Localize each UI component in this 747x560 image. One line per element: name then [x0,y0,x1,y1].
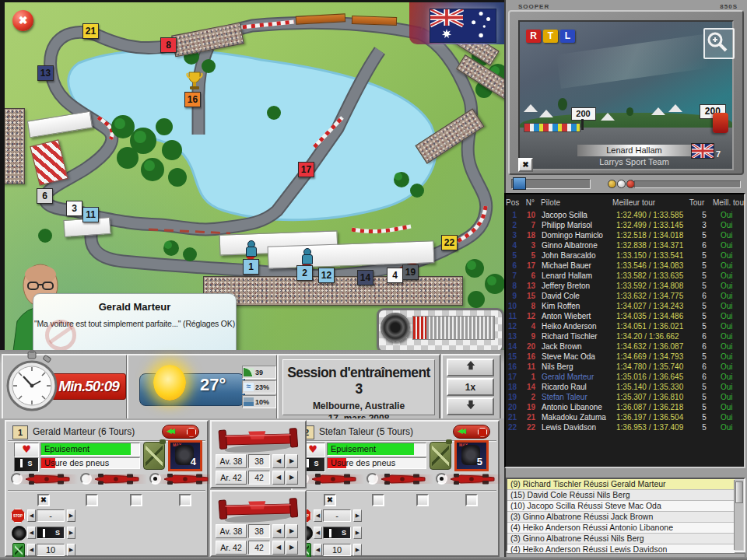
timing-row[interactable]: 318Domingo Hamiclo1:32.518 / 1:34.0185Ou… [506,230,744,240]
timing-row[interactable]: 617Michael Bauer1:33.546 / 1:34.0835Oui [506,261,744,271]
drive-control-pill[interactable]: ◀◀ [453,425,490,439]
car-marker-3[interactable]: 3 [66,201,82,216]
strategy-checkbox-2[interactable] [86,494,98,506]
timing-row[interactable]: 139Richard Tischler1:34.20 / 1:36.6626Ou… [506,331,744,341]
message-item[interactable]: (3) Ginno Albatrone Réussi Jack Brown [507,512,735,523]
strategy-checkbox-2[interactable] [372,494,384,506]
rear-wing-decrease[interactable]: ◀ [272,471,285,485]
magnifier-button[interactable] [703,28,735,59]
tyre-set-selector[interactable]: MAX5 [454,440,489,471]
cell-time: 1:32.838 / 1:34.371 [616,240,694,250]
tv-close-button[interactable]: ✖ [518,158,533,172]
strategy-checkbox-1[interactable]: ✖ [37,494,50,506]
front-wing-decrease[interactable]: ◀ [272,524,285,538]
message-item[interactable]: (3) Ginno Albatrone Réussi Nils Berg [507,534,735,544]
pit-stop: STOP◀-▶ [11,509,81,523]
tyre-choice-increase[interactable]: ▶ [353,527,362,539]
sun-icon [153,365,186,401]
tv-slider-thumb[interactable] [513,177,526,190]
strategy-checkbox-1[interactable]: ✖ [324,494,336,506]
timing-row[interactable]: 1611Nils Berg1:34.780 / 1:35.7406Oui [506,362,744,372]
strategy-checkbox-4[interactable] [465,494,478,506]
tyre-set-selector[interactable]: MAX4 [168,440,202,471]
car-marker-8[interactable]: 8 [160,37,177,53]
fuel-decrease[interactable]: ◀ [27,544,36,556]
rear-wing-increase[interactable]: ▶ [286,471,298,485]
bubble-watermark-icon [45,320,76,351]
front-wing-decrease[interactable]: ◀ [272,454,285,468]
timing-row[interactable]: 108Kim Roffen1:34.027 / 1:34.2435Oui [506,301,744,311]
car-marker-16[interactable]: 16 [184,92,201,107]
pit-stop-increase[interactable]: ▶ [353,509,362,522]
car-marker-6[interactable]: 6 [37,188,53,204]
timing-row[interactable]: 2019Antonio Libanone1:36.087 / 1:36.2185… [506,402,744,412]
fuel-decrease[interactable]: ◀ [314,544,322,556]
car-marker-19[interactable]: 19 [402,264,419,280]
car-marker-13[interactable]: 13 [37,65,54,81]
car-marker-11[interactable]: 11 [82,207,99,222]
tyre-choice-increase[interactable]: ▶ [67,527,75,539]
cell-pos: 3 [506,230,517,240]
timing-row[interactable]: 43Ginno Albatrone1:32.838 / 1:34.3716Oui [506,240,744,250]
scrollbar-thumb[interactable] [735,481,743,503]
timing-row[interactable]: 76Lenard Hallam1:33.582 / 1:33.6355Oui [506,271,744,281]
cell-name: Domingo Hamiclo [535,230,616,240]
timing-row[interactable]: 124Heiko Anderson1:34.051 / 1:36.0215Oui [506,321,744,331]
strategy-checkbox-4[interactable] [179,494,191,506]
strategy-checkbox-3[interactable] [416,494,429,506]
pit-stop-increase[interactable]: ▶ [67,509,75,522]
car-marker-2[interactable]: 2 [296,265,313,281]
car-marker-4[interactable]: 4 [387,268,403,283]
message-item[interactable]: (4) Heiko Anderson Réussi Antonio Libano… [507,523,735,534]
messages-scrollbar[interactable] [734,480,743,550]
close-map-button[interactable]: ✖ [12,10,33,31]
drive-control-pill[interactable]: ◀◀ [162,425,199,439]
car-marker-22[interactable]: 22 [441,235,458,250]
speed-down-button[interactable] [447,397,494,415]
rear-wing-decrease[interactable]: ◀ [272,541,285,555]
strategy-checkbox-3[interactable] [130,494,142,506]
timing-row[interactable]: 27Philipp Marisol1:32.499 / 1:33.1453Oui [506,220,744,230]
message-item[interactable]: (9) Richard Tischler Réussi Gerald Marte… [507,479,735,490]
speed-up-button[interactable] [447,359,494,376]
cell-tour: 5 [694,311,714,321]
car-marker-1[interactable]: 1 [243,259,259,275]
message-item[interactable]: (15) David Cole Réussi Nils Berg [507,490,735,501]
car-marker-21[interactable]: 21 [82,23,99,39]
front-wing-increase[interactable]: ▶ [286,524,298,538]
front-wing-increase[interactable]: ▶ [286,454,298,468]
car-marker-12[interactable]: 12 [318,268,335,283]
timing-row[interactable]: 192Stefan Taleur1:35.307 / 1:36.8105Oui [506,392,744,402]
timing-row[interactable]: 1516Steve Mac Oda1:34.669 / 1:34.7935Oui [506,352,744,362]
pit-stop-decrease[interactable]: ◀ [27,509,36,522]
cell-oui: Oui [714,291,733,301]
tv-model: 850S [720,3,738,10]
speed-rate-button[interactable]: 1x [447,378,494,396]
timing-row[interactable]: 110Jacopo Scilla1:32.490 / 1:33.5855Oui [506,210,744,220]
rtl-letter-T: T [543,30,558,43]
tyre-choice-decrease[interactable]: ◀ [314,527,322,539]
message-item[interactable]: (10) Jacopo Scilla Réussi Steve Mac Oda [507,501,735,512]
cell-pos: 11 [506,311,517,321]
tyre-choice-decrease[interactable]: ◀ [27,527,36,539]
fast-forward-icon: ◀◀ [458,427,464,436]
timing-row[interactable]: 1420Jack Brown1:34.632 / 1:36.0876Oui [506,341,744,352]
timing-row[interactable]: 2121Makadoku Zatuma1:36.197 / 1:36.5045O… [506,412,744,422]
timing-row[interactable]: 55John Baracaldo1:33.150 / 1:33.5415Oui [506,250,744,261]
fuel-increase[interactable]: ▶ [353,544,362,556]
timing-row[interactable]: 915David Cole1:33.632 / 1:34.7756Oui [506,291,744,301]
cell-name: Michael Bauer [535,261,616,271]
tent [651,107,665,115]
timing-row[interactable]: 1814Ricardo Raul1:35.140 / 1:35.3305Oui [506,382,744,392]
col-tour: Tour [687,198,707,208]
cell-oui: Oui [714,352,733,362]
timing-row[interactable]: 171Gerald Marteur1:35.016 / 1:36.6456Oui [506,372,744,382]
timing-row[interactable]: 813Jeffery Breton1:33.592 / 1:34.8085Oui [506,281,744,291]
rear-wing-increase[interactable]: ▶ [286,541,298,555]
pit-stop-decrease[interactable]: ◀ [314,509,322,522]
timing-row[interactable]: 2222Lewis Davidson1:36.953 / 1:37.4095Ou… [506,422,744,432]
car-marker-17[interactable]: 17 [298,162,314,177]
timing-row[interactable]: 1112Anton Wiebert1:34.035 / 1:34.4865Oui [506,311,744,321]
car-marker-14[interactable]: 14 [357,270,374,285]
fuel-increase[interactable]: ▶ [67,544,75,556]
